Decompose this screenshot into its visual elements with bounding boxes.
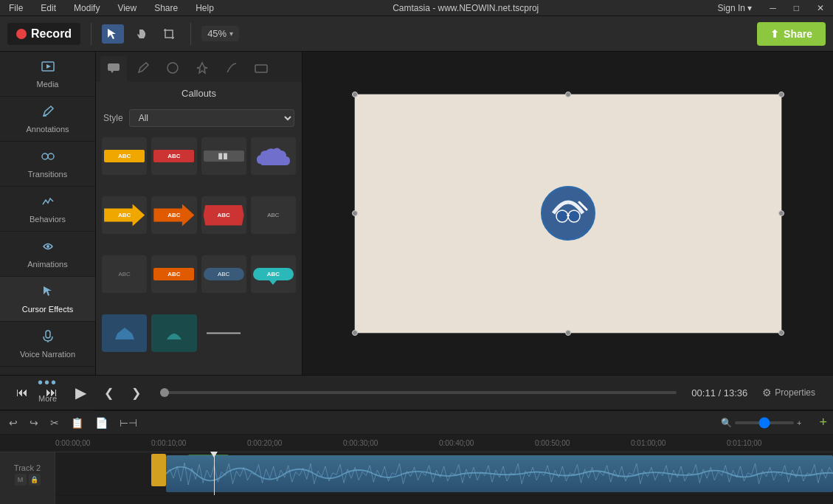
track2-clip[interactable]: // inline waveform drawing (166, 455, 833, 492)
hand-tool[interactable] (130, 24, 152, 44)
app-title: Camtasia - www.NEOWIN.net.tscproj (229, 3, 703, 13)
handle-bottom-left[interactable] (352, 330, 358, 336)
callout-item-teal-partial[interactable] (151, 314, 196, 352)
tab-callouts[interactable] (100, 56, 127, 82)
play-button[interactable]: ▶ (71, 381, 91, 404)
handle-bottom[interactable] (565, 330, 571, 336)
handle-right[interactable] (778, 210, 784, 216)
ruler-mark-1: 0:00:10;00 (151, 439, 186, 447)
style-row: Style All Basic Arrow Speech Thought (96, 105, 302, 131)
menu-help[interactable]: Help (193, 1, 217, 15)
callout-item-line-partial[interactable] (201, 314, 246, 352)
copy-button[interactable]: 📋 (68, 415, 86, 430)
tab-pen[interactable] (130, 56, 156, 82)
properties-button[interactable]: ⚙ Properties (756, 384, 821, 401)
sidebar-item-voice-narration[interactable]: Voice Narration (0, 322, 95, 367)
callout-item-yellow-rect[interactable]: ABC (102, 137, 147, 175)
handle-left[interactable] (352, 210, 358, 216)
sidebar-item-animations[interactable]: Animations (0, 232, 95, 277)
split-button[interactable]: ⊢⊣ (117, 415, 140, 430)
crop-tool[interactable] (158, 24, 180, 44)
next-marker-button[interactable]: ❯ (127, 383, 145, 403)
clip-orange-small[interactable] (151, 454, 166, 486)
tab-fill[interactable] (189, 56, 215, 82)
style-select[interactable]: All Basic Arrow Speech Thought (129, 109, 294, 127)
preview-canvas (354, 94, 782, 334)
track2-label: Track 2 (14, 463, 41, 472)
sidebar-item-annotations[interactable]: Annotations (0, 97, 95, 142)
voice-narration-icon (41, 329, 55, 347)
go-to-start-button[interactable]: ⏮ (12, 383, 32, 402)
share-button[interactable]: ⬆ Share (757, 22, 826, 46)
timeline-content: 0:00:00;00 0:00:10;00 0:00:20;00 0:00:30… (0, 435, 833, 504)
window-minimize[interactable]: ─ (767, 1, 779, 15)
callout-item-teal-bubble[interactable]: ABC (251, 255, 296, 293)
paste-button[interactable]: 📄 (92, 415, 111, 430)
menu-share[interactable]: Share (151, 1, 181, 15)
callout-item-orange-arrow[interactable]: ABC (151, 196, 196, 234)
callout-item-red-rect[interactable]: ABC (151, 137, 196, 175)
menu-view[interactable]: View (114, 1, 139, 15)
svg-marker-2 (46, 64, 51, 69)
add-track-button[interactable]: + (819, 415, 827, 430)
svg-rect-8 (46, 331, 50, 338)
callout-item-plain-text[interactable]: ABC (102, 255, 147, 293)
timeline-tracks: Track 2 M 🔒 Track 1 M 🔒 (0, 452, 833, 504)
sidebar-item-behaviors[interactable]: Behaviors (0, 187, 95, 232)
share-label: Share (784, 28, 812, 40)
svg-point-12 (167, 63, 178, 73)
handle-bottom-right[interactable] (778, 330, 784, 336)
menu-edit[interactable]: Edit (38, 1, 59, 15)
undo-button[interactable]: ↩ (6, 415, 21, 430)
handle-top-right[interactable] (778, 92, 784, 97)
callout-item-dark-rounded[interactable]: ABC (201, 255, 246, 293)
redo-button[interactable]: ↪ (27, 415, 41, 430)
ruler-mark-2: 0:00:20;00 (247, 439, 282, 447)
callout-item-yellow-arrow[interactable]: ABC (102, 196, 147, 234)
callout-item-gray-simple[interactable]: ██ (201, 137, 246, 175)
menu-modify[interactable]: Modify (71, 1, 103, 15)
callout-item-simple-text[interactable]: ABC (251, 196, 296, 234)
zoom-in-icon[interactable]: + (797, 418, 801, 427)
record-label: Record (31, 27, 72, 41)
menu-file[interactable]: File (6, 1, 26, 15)
callout-item-orange-rect2[interactable]: ABC (151, 255, 196, 293)
sidebar-item-cursor-effects[interactable]: Cursor Effects (0, 277, 95, 322)
zoom-value: 45% (207, 28, 227, 39)
progress-bar[interactable] (160, 391, 677, 394)
tab-keyboard[interactable] (248, 56, 274, 82)
sign-in-button[interactable]: Sign In ▾ (715, 1, 756, 15)
svg-point-22 (568, 210, 580, 222)
tab-shapes[interactable] (159, 56, 186, 82)
record-button[interactable]: Record (7, 23, 80, 45)
callout-item-empty[interactable] (251, 314, 296, 352)
sidebar-item-media[interactable]: Media (0, 52, 95, 97)
sidebar-label-transitions: Transitions (28, 170, 67, 179)
zoom-slider[interactable] (735, 421, 794, 424)
zoom-control[interactable]: 45% ▾ (201, 26, 239, 41)
callout-item-blue-partial[interactable] (102, 314, 147, 352)
zoom-out-icon[interactable]: 🔍 (721, 418, 732, 428)
handle-top-left[interactable] (352, 92, 358, 97)
callouts-panel: Callouts Style All Basic Arrow Speech Th… (96, 52, 303, 375)
preview-area (303, 52, 833, 375)
ruler-mark-0: 0:00:00;00 (55, 439, 90, 447)
cut-button[interactable]: ✂ (47, 415, 62, 430)
playhead (214, 452, 215, 495)
prev-marker-button[interactable]: ❮ (100, 383, 118, 403)
track2-mute-button[interactable]: M (15, 474, 27, 486)
tab-line[interactable] (218, 56, 245, 82)
step-back-button[interactable]: ⏭ (41, 383, 62, 402)
svg-marker-7 (44, 286, 52, 296)
window-maximize[interactable]: □ (791, 1, 802, 15)
select-tool[interactable] (102, 24, 124, 44)
sidebar-item-transitions[interactable]: Transitions (0, 142, 95, 187)
main-layout: Media Annotations Transitions Behaviors … (0, 52, 833, 375)
track2-lock-button[interactable]: 🔒 (29, 474, 41, 486)
annotations-icon (41, 104, 55, 122)
window-close[interactable]: ✕ (814, 1, 827, 15)
ruler-mark-5: 0:00:50;00 (535, 439, 570, 447)
handle-top[interactable] (565, 92, 571, 97)
callout-item-red-banner[interactable]: ABC (201, 196, 246, 234)
callout-item-cloud[interactable] (251, 137, 296, 175)
